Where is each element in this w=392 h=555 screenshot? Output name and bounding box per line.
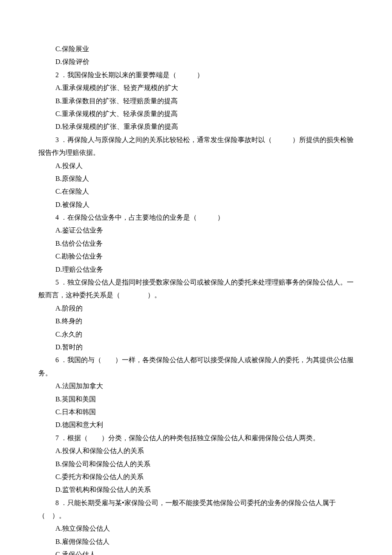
option-line: B.原保险人 — [38, 172, 354, 185]
option-line: B.保险公司和保险公估人的关系 — [38, 458, 354, 471]
option-line: A.投保人和保险公估人的关系 — [38, 445, 354, 457]
question-stem: 2 ．我国保险业长期以来的重要弊端是（ ） — [38, 69, 354, 81]
option-line: A.投保人 — [38, 160, 354, 172]
option-line: C.永久的 — [38, 328, 354, 341]
option-line: A.鉴证公估业务 — [38, 224, 354, 237]
option-line: B.雇佣保险公估人 — [38, 535, 354, 548]
question-stem: 3 ．再保险人与原保险人之间的关系比较轻松，通常发生保险事故时以（ ）所提供的损… — [38, 134, 354, 160]
question-stem: 6 ．我国的与（ ）一样，各类保险公估人都可以接受保险人或被保险人的委托，为其提… — [38, 354, 354, 380]
option-line: A.重承保规模的扩张、轻资产规模的扩大 — [38, 81, 354, 94]
option-line: D.监管机构和保险公估人的关系 — [38, 483, 354, 496]
question-stem: 5 ．独立保险公估人是指同时接受数家保险公司或被保险人的委托来处理理赔事务的保险… — [38, 276, 354, 302]
option-line: A.独立保险公估人 — [38, 522, 354, 535]
option-line: D.轻承保规模的扩张、重承保质量的提高 — [38, 120, 354, 133]
option-line: D.保险评价 — [38, 55, 354, 68]
question-stem: 7 ．根据（ ）分类，保险公估人的种类包括独立保险公估人和雇佣保险公估人两类。 — [38, 432, 354, 445]
option-line: D.被保险人 — [38, 198, 354, 211]
option-line: C.日本和韩国 — [38, 406, 354, 418]
option-line: B.终身的 — [38, 315, 354, 328]
option-line: A.阶段的 — [38, 302, 354, 315]
option-line: C.勘验公估业务 — [38, 250, 354, 263]
question-stem: 8 ．只能长期受雇与某•家保险公司，一般不能接受其他保险公司委托的业务的保险公估… — [38, 497, 354, 523]
option-line: D.理赔公估业务 — [38, 263, 354, 276]
question-stem: 4 ．在保险公估业务中，占主要地位的业务是（ ） — [38, 211, 354, 224]
option-line: D.德国和意大利 — [38, 418, 354, 431]
option-line: B.重承保数目的扩张、轻理赔质量的提高 — [38, 95, 354, 108]
option-line: B.英国和美国 — [38, 393, 354, 406]
option-line: C.保险展业 — [38, 43, 354, 55]
option-line: A.法国加加拿大 — [38, 380, 354, 392]
option-line: C.承保公估人 — [38, 548, 354, 555]
option-line: C.委托方和保险公估人的关系 — [38, 471, 354, 483]
option-line: C.重承保规模的扩大、轻承保质量的提高 — [38, 108, 354, 120]
option-line: C.在保险人 — [38, 185, 354, 198]
option-line: B.估价公估业务 — [38, 237, 354, 250]
option-line: D.暂时的 — [38, 341, 354, 354]
